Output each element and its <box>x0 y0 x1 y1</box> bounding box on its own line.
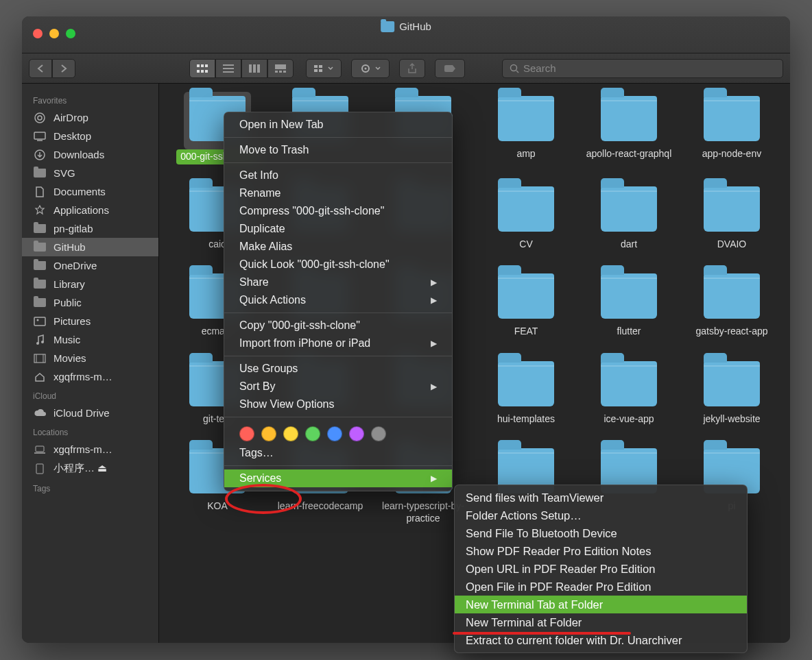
icon-view-button[interactable] <box>189 59 215 78</box>
folder-item[interactable]: amp <box>475 96 577 164</box>
folder-item[interactable]: gatsby-react-app <box>680 273 783 339</box>
submenu-item[interactable]: Extract to current folder with Dr. Unarc… <box>455 631 747 649</box>
folder-item[interactable]: app-node-env <box>680 96 783 164</box>
forward-button[interactable] <box>52 59 75 78</box>
sidebar-item--[interactable]: 小程序… ⏏ <box>22 459 158 478</box>
action-button[interactable] <box>351 59 390 78</box>
ctx-item[interactable]: Duplicate <box>224 220 452 238</box>
sidebar-item-music[interactable]: Music <box>22 330 158 349</box>
services-submenu[interactable]: Send files with TeamViewerFolder Actions… <box>454 485 748 653</box>
tag-color-dot[interactable] <box>239 426 254 441</box>
ctx-item[interactable]: Move to Trash <box>224 141 452 159</box>
zoom-icon[interactable] <box>66 29 75 38</box>
ctx-item[interactable]: Show View Options <box>224 395 452 413</box>
folder-item[interactable]: FEAT <box>475 273 577 339</box>
minimize-icon[interactable] <box>49 29 59 38</box>
sidebar-item-icloud-drive[interactable]: iCloud Drive <box>22 404 158 422</box>
tags-button[interactable] <box>435 59 465 78</box>
sidebar-item-movies[interactable]: Movies <box>22 349 158 367</box>
svg-rect-18 <box>314 69 318 72</box>
folder-label: flutter <box>612 324 645 339</box>
column-view-button[interactable] <box>241 59 267 78</box>
folder-item[interactable]: dart <box>577 186 680 252</box>
ctx-item[interactable]: Get Info <box>224 167 452 184</box>
sidebar-item-public[interactable]: Public <box>22 293 158 312</box>
sidebar-item-label: iCloud Drive <box>53 407 110 419</box>
sidebar-item-xgqfrms-m-[interactable]: xgqfrms-m… <box>22 440 158 459</box>
ctx-item[interactable]: Compress "000-git-ssh-clone" <box>224 202 452 220</box>
folder-icon <box>498 273 554 319</box>
context-menu[interactable]: Open in New TabMove to TrashGet InfoRena… <box>224 112 453 491</box>
folder-item[interactable]: CV <box>475 186 577 252</box>
submenu-item[interactable]: Send files with TeamViewer <box>455 489 747 506</box>
close-icon[interactable] <box>33 29 43 38</box>
folder-item[interactable]: DVAIO <box>680 186 783 252</box>
svg-rect-15 <box>283 71 286 73</box>
folder-icon <box>601 361 657 406</box>
folder-label: learn-freecodecamp <box>274 499 368 514</box>
sidebar-item-pictures[interactable]: Pictures <box>22 312 158 330</box>
tag-color-dot[interactable] <box>283 426 298 441</box>
folder-item[interactable]: jekyll-website <box>680 361 783 427</box>
svg-rect-29 <box>34 317 45 326</box>
list-view-button[interactable] <box>215 59 241 78</box>
ctx-item[interactable]: Quick Look "000-git-ssh-clone" <box>224 256 452 273</box>
sidebar-item-library[interactable]: Library <box>22 275 158 293</box>
ctx-item[interactable]: Make Alias <box>224 238 452 256</box>
svg-rect-19 <box>319 69 322 72</box>
sidebar-item-airdrop[interactable]: AirDrop <box>22 108 158 127</box>
folder-item[interactable]: flutter <box>577 273 680 339</box>
sidebar-item-pn-gitlab[interactable]: pn-gitlab <box>22 219 158 238</box>
submenu-item[interactable]: New Terminal at Folder <box>455 613 747 631</box>
sidebar-item-onedrive[interactable]: OneDrive <box>22 256 158 275</box>
sidebar-item-documents[interactable]: Documents <box>22 182 158 201</box>
gallery-view-button[interactable] <box>267 59 294 78</box>
submenu-item[interactable]: Show PDF Reader Pro Edition Notes <box>455 542 747 560</box>
submenu-item[interactable]: Open File in PDF Reader Pro Edition <box>455 578 747 596</box>
sidebar-item-desktop[interactable]: Desktop <box>22 127 158 145</box>
svg-rect-8 <box>223 71 234 73</box>
submenu-item[interactable]: Folder Actions Setup… <box>455 506 747 524</box>
arrange-group <box>306 59 342 78</box>
folder-icon <box>33 242 47 253</box>
folder-item[interactable]: ice-vue-app <box>577 361 680 427</box>
folder-item[interactable]: apollo-react-graphql <box>577 96 680 164</box>
svg-point-24 <box>35 113 45 123</box>
sidebar-item-downloads[interactable]: Downloads <box>22 145 158 164</box>
folder-item[interactable]: hui-templates <box>475 361 577 427</box>
search-field[interactable]: Search <box>502 59 783 78</box>
tag-color-dot[interactable] <box>349 426 364 441</box>
ctx-item[interactable]: Share▶ <box>224 273 452 291</box>
sidebar-item-github[interactable]: GitHub <box>22 238 158 256</box>
submenu-item[interactable]: Open URL in PDF Reader Pro Edition <box>455 560 747 578</box>
ctx-item[interactable]: Open in New Tab <box>224 116 452 134</box>
ctx-item[interactable]: Sort By▶ <box>224 378 452 395</box>
folder-icon <box>33 168 47 179</box>
ctx-item[interactable]: Use Groups <box>224 360 452 378</box>
tag-color-dot[interactable] <box>371 426 386 441</box>
arrange-button[interactable] <box>306 59 342 78</box>
sidebar-item-xgqfrms-m-[interactable]: xgqfrms-m… <box>22 367 158 386</box>
svg-point-32 <box>41 341 44 343</box>
ctx-item[interactable]: Copy "000-git-ssh-clone" <box>224 317 452 334</box>
tag-color-dot[interactable] <box>327 426 342 441</box>
svg-rect-11 <box>257 64 260 73</box>
sidebar-item-applications[interactable]: Applications <box>22 201 158 219</box>
tag-color-dot[interactable] <box>305 426 320 441</box>
folder-label: jekyll-website <box>699 412 764 427</box>
ctx-services[interactable]: Services▶ <box>224 469 452 487</box>
submenu-item[interactable]: New Terminal Tab at Folder <box>455 596 747 613</box>
ctx-item[interactable]: Quick Actions▶ <box>224 291 452 309</box>
submenu-item[interactable]: Send File To Bluetooth Device <box>455 524 747 542</box>
share-button[interactable] <box>399 59 425 78</box>
sidebar-item-svg[interactable]: SVG <box>22 164 158 182</box>
ctx-tags[interactable]: Tags… <box>224 444 452 462</box>
tag-color-dot[interactable] <box>261 426 276 441</box>
ctx-item[interactable]: Rename <box>224 184 452 202</box>
svg-rect-10 <box>253 64 256 73</box>
back-button[interactable] <box>29 59 52 78</box>
gallery-icon <box>275 64 286 73</box>
sidebar-item-label: Library <box>53 278 85 290</box>
ctx-item[interactable]: Import from iPhone or iPad▶ <box>224 334 452 352</box>
view-mode-segment <box>189 59 294 78</box>
